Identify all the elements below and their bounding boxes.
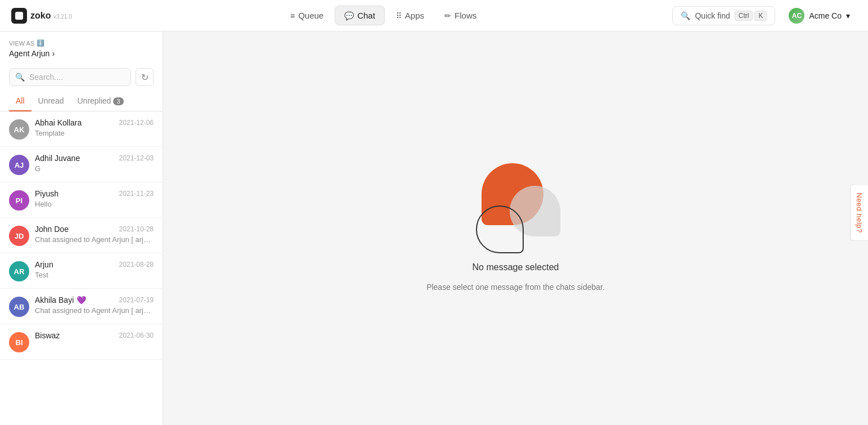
empty-state-title: No message selected <box>473 262 559 272</box>
info-icon: ℹ️ <box>37 39 44 47</box>
chat-list-item[interactable]: AKAbhai Kollara2021-12-06Template <box>0 111 163 147</box>
chat-name: Piyush <box>35 189 59 198</box>
need-help-button[interactable]: Need help? <box>850 184 868 241</box>
search-box[interactable]: 🔍 <box>9 68 131 86</box>
workspace-avatar: AC <box>789 8 804 24</box>
chat-date: 2021-12-06 <box>119 119 154 127</box>
avatar: AK <box>9 119 29 140</box>
logo-icon <box>11 8 27 24</box>
k-key: K <box>754 11 767 21</box>
sidebar: VIEW AS ℹ️ Agent Arjun › 🔍 ↻ AllUnreadUn… <box>0 32 163 425</box>
tab-all[interactable]: All <box>9 91 32 111</box>
chat-date: 2021-08-28 <box>119 261 154 269</box>
chat-list-item[interactable]: AJAdhil Juvane2021-12-03G <box>0 147 163 182</box>
chat-info: Abhai Kollara2021-12-06Template <box>35 118 154 137</box>
outline-bubble <box>476 205 524 253</box>
empty-state-subtitle: Please select one message from the chats… <box>426 281 605 293</box>
nav-right: 🔍 Quick find Ctrl K AC Acme Co ▾ <box>672 5 857 27</box>
app-version: v3.21.0 <box>53 14 72 20</box>
avatar: AB <box>9 297 29 317</box>
logo-area: zoko v3.21.0 <box>11 8 72 24</box>
chat-info: Akhila Bayi 💜2021-07-19Chat assigned to … <box>35 296 154 315</box>
chat-preview: Test <box>35 271 154 279</box>
view-as-agent[interactable]: Agent Arjun › <box>9 49 154 58</box>
svg-rect-0 <box>15 12 23 20</box>
chat-date: 2021-12-03 <box>119 154 154 162</box>
chat-info: Biswaz2021-06-30 <box>35 331 154 342</box>
chat-info: Piyush2021-11-23Hello <box>35 189 154 208</box>
chat-date: 2021-10-28 <box>119 225 154 233</box>
chat-name: Arjun <box>35 260 53 269</box>
chevron-right-icon: › <box>52 49 55 58</box>
chat-list-item[interactable]: BIBiswaz2021-06-30 <box>0 324 163 360</box>
chat-preview: G <box>35 164 154 173</box>
sidebar-header: VIEW AS ℹ️ Agent Arjun › <box>0 32 163 64</box>
view-as-label: VIEW AS ℹ️ <box>9 39 154 47</box>
apps-nav-item[interactable]: ⠿ Apps <box>387 6 433 25</box>
ctrl-key: Ctrl <box>735 11 753 21</box>
chat-nav-item[interactable]: 💬 Chat <box>335 6 385 25</box>
refresh-icon: ↻ <box>141 72 149 83</box>
chat-preview: Chat assigned to Agent Arjun [ arjun... <box>35 306 154 315</box>
chat-info: Arjun2021-08-28Test <box>35 260 154 279</box>
apps-icon: ⠿ <box>396 11 402 20</box>
chat-list: AKAbhai Kollara2021-12-06TemplateAJAdhil… <box>0 111 163 425</box>
chat-name: Abhai Kollara <box>35 118 82 127</box>
quick-find-label: Quick find <box>695 11 730 20</box>
chat-label: Chat <box>357 11 375 20</box>
chat-info: John Doe2021-10-28Chat assigned to Agent… <box>35 225 154 244</box>
chat-date: 2021-07-19 <box>119 296 154 304</box>
flows-icon: ✏ <box>444 11 451 20</box>
workspace-button[interactable]: AC Acme Co ▾ <box>782 5 857 27</box>
chevron-down-icon: ▾ <box>846 11 850 20</box>
flows-nav-item[interactable]: ✏ Flows <box>435 6 485 25</box>
top-navigation: zoko v3.21.0 ≡ Queue 💬 Chat ⠿ Apps ✏ Flo… <box>0 0 868 32</box>
search-row: 🔍 ↻ <box>0 64 163 91</box>
main-area: No message selected Please select one me… <box>163 32 868 425</box>
nav-items: ≡ Queue 💬 Chat ⠿ Apps ✏ Flows <box>95 6 673 25</box>
tab-unread[interactable]: Unread <box>32 91 71 111</box>
app-name: zoko <box>30 11 51 20</box>
avatar: AJ <box>9 155 29 175</box>
search-icon: 🔍 <box>681 11 690 20</box>
flows-label: Flows <box>455 11 476 20</box>
chat-preview: Chat assigned to Agent Arjun [ arjun... <box>35 235 154 244</box>
agent-name: Agent Arjun <box>9 49 50 58</box>
workspace-name: Acme Co <box>809 11 842 20</box>
quick-find-button[interactable]: 🔍 Quick find Ctrl K <box>672 6 775 25</box>
tab-badge: 3 <box>113 97 123 105</box>
empty-state: No message selected Please select one me… <box>426 163 605 293</box>
chat-illustration <box>470 163 560 253</box>
chat-name: Biswaz <box>35 331 60 340</box>
avatar: AR <box>9 261 29 281</box>
chat-list-item[interactable]: PIPiyush2021-11-23Hello <box>0 182 163 218</box>
main-content: VIEW AS ℹ️ Agent Arjun › 🔍 ↻ AllUnreadUn… <box>0 32 868 425</box>
refresh-button[interactable]: ↻ <box>136 68 154 86</box>
chat-list-item[interactable]: JDJohn Doe2021-10-28Chat assigned to Age… <box>0 218 163 253</box>
queue-label: Queue <box>298 11 323 20</box>
chat-info: Adhil Juvane2021-12-03G <box>35 154 154 173</box>
chat-list-item[interactable]: ABAkhila Bayi 💜2021-07-19Chat assigned t… <box>0 289 163 324</box>
chat-name: John Doe <box>35 225 69 234</box>
chat-name: Adhil Juvane <box>35 154 80 163</box>
chat-date: 2021-11-23 <box>119 190 154 198</box>
chat-list-item[interactable]: ARArjun2021-08-28Test <box>0 253 163 289</box>
tab-unreplied[interactable]: Unreplied3 <box>70 91 130 111</box>
chat-preview: Hello <box>35 200 154 208</box>
apps-label: Apps <box>405 11 424 20</box>
chat-date: 2021-06-30 <box>119 332 154 339</box>
search-icon: 🔍 <box>15 73 25 82</box>
chat-icon: 💬 <box>344 11 354 20</box>
avatar: JD <box>9 226 29 246</box>
search-input[interactable] <box>29 73 125 82</box>
queue-nav-item[interactable]: ≡ Queue <box>281 6 332 25</box>
heart-icon: 💜 <box>77 296 86 305</box>
avatar: BI <box>9 332 29 352</box>
keyboard-shortcut: Ctrl K <box>735 11 767 21</box>
tabs-bar: AllUnreadUnreplied3 <box>0 91 163 111</box>
avatar: PI <box>9 190 29 211</box>
workspace-initials: AC <box>792 12 802 20</box>
chat-preview: Template <box>35 129 154 137</box>
queue-icon: ≡ <box>290 11 295 20</box>
chat-name: Akhila Bayi 💜 <box>35 296 86 305</box>
